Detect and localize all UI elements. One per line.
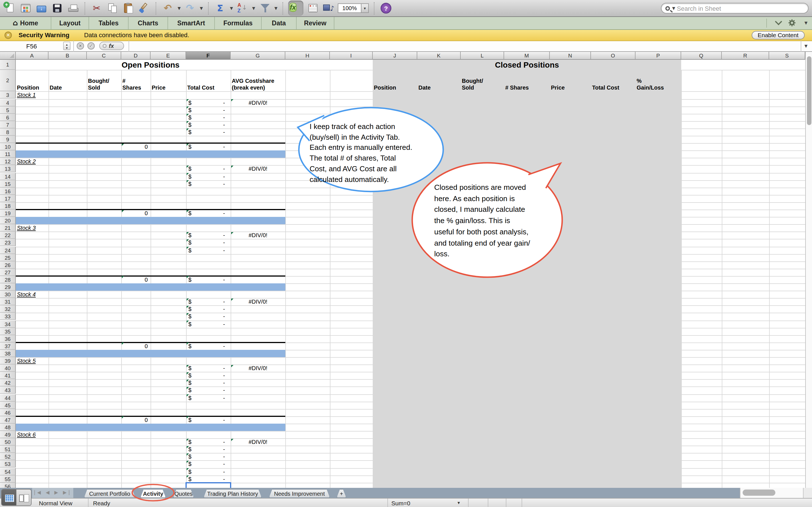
header-cell-A2[interactable]: Position [16,71,49,91]
cell-D10[interactable]: 0 [121,143,148,151]
row-header-4[interactable]: 4 [0,99,16,106]
cell-D28[interactable]: 0 [121,276,148,283]
row-header-47[interactable]: 47 [0,416,16,424]
redo-dropdown-icon[interactable]: ▼ [200,6,203,10]
page-layout-view-button[interactable] [16,489,31,505]
row-header-24[interactable]: 24 [0,246,16,254]
formula-builder-icon[interactable]: fx [288,1,303,16]
column-header-F[interactable]: F [186,52,231,59]
toolbox-icon[interactable] [306,2,319,15]
cell-G22-error[interactable]: #DIV/0! [231,232,285,239]
cell-D37[interactable]: 0 [121,342,148,350]
media-browser-icon[interactable]: ♪ [322,2,335,15]
normal-view-button[interactable] [2,489,16,505]
zoom-dropdown-icon[interactable]: ▼ [361,3,369,13]
column-header-O[interactable]: O [591,52,636,59]
column-header-P[interactable]: P [636,52,681,59]
column-header-A[interactable]: A [16,52,49,59]
zoom-value[interactable]: 100% [338,3,361,13]
cell-D47[interactable]: 0 [121,416,148,424]
column-header-C[interactable]: C [87,52,121,59]
row-header-7[interactable]: 7 [0,121,16,128]
ribbon-tab-smartart[interactable]: SmartArt [168,17,215,29]
cut-icon[interactable]: ✂ [90,2,103,15]
header-cell-M2[interactable]: # Shares [504,71,550,91]
row-header-31[interactable]: 31 [0,298,16,305]
ribbon-tab-home[interactable]: ⌂Home [0,17,51,29]
sum-dropdown-icon[interactable]: ▼ [457,501,461,504]
header-cell-G2[interactable]: AVG Cost/share (break even) [231,71,285,91]
undo-dropdown-icon[interactable]: ▼ [177,6,181,10]
row-header-29[interactable]: 29 [0,283,16,291]
sort-az-icon[interactable]: AZ↓ [236,2,249,15]
header-cell-E2[interactable]: Price [151,71,186,91]
search-field[interactable]: ▼ Search in Sheet [661,3,809,13]
column-header-D[interactable]: D [121,52,151,59]
ribbon-tab-tables[interactable]: Tables [89,17,129,29]
row-header-32[interactable]: 32 [0,305,16,313]
header-cell-B2[interactable]: Date [49,71,87,91]
header-cell-F2[interactable]: Total Cost [186,71,231,91]
column-header-N[interactable]: N [550,52,591,59]
row-header-40[interactable]: 40 [0,364,16,372]
column-header-H[interactable]: H [285,52,330,59]
row-header-11[interactable]: 11 [0,151,16,158]
gear-dropdown-icon[interactable]: ▼ [804,21,808,25]
new-document-icon[interactable]: + [3,2,16,15]
row-header-56[interactable]: 56 [0,483,16,488]
vertical-scrollbar-thumb[interactable] [807,56,811,125]
header-cell-D2[interactable]: # Shares [121,71,151,91]
row-header-52[interactable]: 52 [0,453,16,460]
header-cell-N2[interactable]: Price [550,71,591,91]
row-header-42[interactable]: 42 [0,379,16,387]
row-header-8[interactable]: 8 [0,128,16,136]
row-header-1[interactable]: 1 [0,59,16,70]
add-sheet-tab[interactable]: + [337,489,346,498]
row-header-5[interactable]: 5 [0,106,16,114]
row-header-27[interactable]: 27 [0,269,16,276]
sheet-tab-trading-plan-history[interactable]: Trading Plan History [204,489,262,498]
stock-label-Stock-3[interactable]: Stock 3 [16,224,36,231]
horizontal-scrollbar-thumb[interactable] [743,490,775,496]
row-header-34[interactable]: 34 [0,320,16,328]
cell-G40-error[interactable]: #DIV/0! [231,364,285,372]
stock-label-Stock-5[interactable]: Stock 5 [16,357,36,364]
row-header-44[interactable]: 44 [0,394,16,401]
spreadsheet-grid[interactable]: ABCDEFGHIJKLMNOPQRS123456789101112131415… [0,0,812,488]
header-cell-L2[interactable]: Bought/ Sold [461,71,504,91]
row-header-18[interactable]: 18 [0,202,16,210]
cell-G13-error[interactable]: #DIV/0! [231,165,285,173]
help-icon[interactable]: ? [379,2,393,15]
ribbon-tab-charts[interactable]: Charts [129,17,168,29]
name-box[interactable]: F56 [0,43,63,50]
cell-D19[interactable]: 0 [121,210,148,217]
horizontal-scrollbar[interactable] [740,488,803,498]
autosum-dropdown-icon[interactable]: ▼ [230,6,233,10]
header-cell-J2[interactable]: Position [373,71,417,91]
row-header-20[interactable]: 20 [0,217,16,224]
zoom-control[interactable]: 100%▼ [338,3,369,13]
row-header-25[interactable]: 25 [0,254,16,261]
sort-dropdown-icon[interactable]: ▼ [252,6,255,10]
row-header-17[interactable]: 17 [0,195,16,202]
row-header-36[interactable]: 36 [0,335,16,342]
filter-dropdown-icon[interactable]: ▼ [274,6,277,10]
row-header-10[interactable]: 10 [0,143,16,151]
redo-icon[interactable]: ↷ [184,2,197,15]
row-header-37[interactable]: 37 [0,342,16,350]
header-cell-K2[interactable]: Date [417,71,461,91]
open-file-icon[interactable] [35,2,48,15]
copy-icon[interactable] [106,2,119,15]
column-header-S[interactable]: S [769,52,805,59]
column-header-E[interactable]: E [151,52,186,59]
row-header-19[interactable]: 19 [0,210,16,217]
row-header-50[interactable]: 50 [0,438,16,446]
row-header-13[interactable]: 13 [0,165,16,173]
search-scope-dropdown-icon[interactable]: ▼ [672,6,675,10]
filter-icon[interactable] [258,2,271,15]
row-header-46[interactable]: 46 [0,409,16,416]
accept-icon[interactable]: ✓ [87,43,95,50]
row-header-55[interactable]: 55 [0,475,16,483]
row-header-41[interactable]: 41 [0,372,16,379]
enable-content-button[interactable]: Enable Content [751,31,805,39]
